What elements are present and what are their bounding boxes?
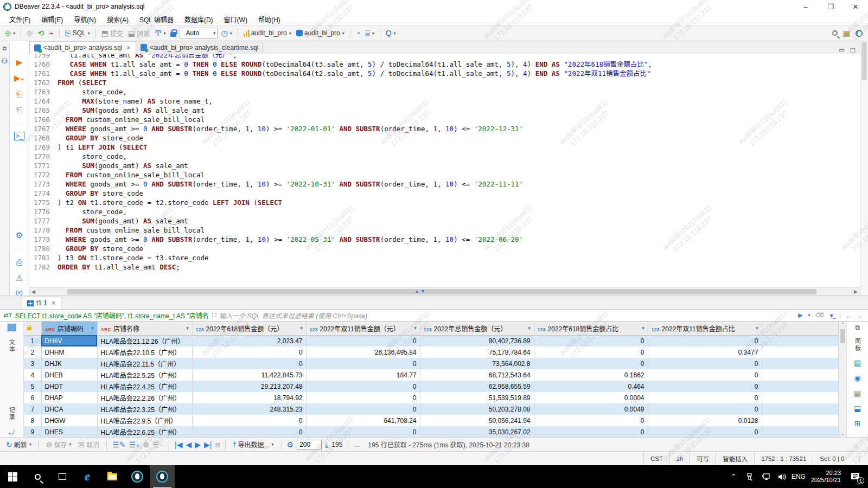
grid-cell[interactable]: 0	[534, 426, 648, 437]
save-button[interactable]: ⊘保存▾	[44, 439, 73, 450]
grid-cell[interactable]: DHGW	[41, 415, 97, 426]
grid-cell[interactable]: 0	[648, 392, 762, 403]
filter-query-text[interactable]: SELECT t1.store_code AS "店铺编码", t1.store…	[15, 311, 209, 320]
column-header-2[interactable]: 1232022年618销售金额（元）▼	[192, 322, 306, 335]
result-tab-t1[interactable]: t1 1 ✕	[22, 297, 61, 309]
perspective-icon[interactable]: ▦	[843, 29, 850, 37]
grid-cell[interactable]: 50,056,241.94	[420, 415, 534, 426]
record-mode-tab[interactable]: 记录	[8, 407, 16, 421]
restore-view-icon[interactable]: ⧉	[3, 44, 7, 52]
calc-panel-icon[interactable]: ⊞	[854, 419, 861, 428]
value-viewer-icon[interactable]: ▦	[854, 358, 861, 367]
next-page-icon[interactable]: ▶	[195, 441, 201, 448]
database-selector[interactable]: audit_bi_pro▾	[295, 28, 346, 38]
edit-value-icon[interactable]: ☰✎	[112, 441, 125, 448]
layout-panel-icon[interactable]: ⬓	[854, 404, 861, 413]
transaction-log-button[interactable]: Ͳ▾	[153, 28, 167, 38]
grid-cell[interactable]: 0	[306, 358, 420, 369]
grid-cell[interactable]: DHDT	[41, 381, 97, 392]
add-row-icon[interactable]: ☰₊	[129, 441, 139, 448]
grid-cell[interactable]: HLA唯品会22.3.25（广州）	[97, 403, 192, 415]
terminal-icon[interactable]: >_	[14, 132, 25, 140]
column-header-6[interactable]: 1232022年双11销售金额占比▼	[648, 322, 762, 335]
column-filter-icon[interactable]: ▼	[641, 326, 646, 331]
filter-funnel-icon[interactable]: ▼̲	[828, 312, 834, 319]
grid-cell[interactable]: 18,794.92	[192, 392, 306, 403]
column-filter-icon[interactable]: ▼	[527, 326, 532, 331]
txn-history-button[interactable]: ◷▾	[219, 28, 233, 38]
disconnect-button[interactable]: ⌁	[47, 28, 55, 38]
result-tab-close-icon[interactable]: ✕	[51, 300, 56, 307]
grid-cell[interactable]: 0	[648, 381, 762, 392]
grid-cell[interactable]: 0.464	[534, 381, 648, 392]
grid-cell[interactable]: HLA唯品会22.2.26（广州）	[97, 392, 192, 403]
grid-cell[interactable]: DHEB	[41, 369, 97, 381]
grid-cell[interactable]: HLA唯品会21.12.26（广州）	[97, 335, 192, 346]
taskbar-explorer[interactable]	[100, 465, 125, 488]
grid-settings-gear-icon[interactable]: ⚙	[287, 441, 294, 448]
menu-item-7[interactable]: 帮助(H)	[253, 14, 285, 25]
network-tools-button[interactable]: ⌸▾	[363, 28, 375, 38]
grid-cell[interactable]: 0	[192, 358, 306, 369]
start-button[interactable]	[0, 465, 25, 488]
grid-cell[interactable]: 51,539,519.89	[420, 392, 534, 403]
grid-cell[interactable]: DHES	[41, 426, 97, 437]
menu-item-6[interactable]: 窗口(W)	[219, 14, 252, 25]
hscroll-thumb[interactable]	[67, 289, 816, 294]
row-number[interactable]: 3	[24, 358, 41, 369]
expand-filter-icon[interactable]: ⛶	[212, 312, 216, 319]
explain-plan-icon[interactable]: ⎗	[16, 105, 22, 114]
first-page-icon[interactable]: |◀	[175, 441, 182, 448]
menu-item-1[interactable]: 编辑(E)	[36, 14, 68, 25]
column-header-4[interactable]: 1232022年总销售金额（元）▼	[420, 322, 534, 335]
grid-cell[interactable]: 0	[192, 426, 306, 437]
tab-close-icon[interactable]: ✕	[126, 44, 131, 52]
grid-cell[interactable]: DHCA	[41, 403, 97, 415]
file-warning-icon[interactable]: ⚠	[16, 273, 23, 283]
grid-cell[interactable]: 0.3477	[648, 346, 762, 358]
grid-cell[interactable]: 0.0004	[534, 392, 648, 403]
txn-mode-combo[interactable]: Auto	[180, 28, 218, 38]
grid-cell[interactable]: 11,422,845.73	[192, 369, 306, 381]
grid-cell[interactable]: 0	[306, 392, 420, 403]
maximize-button[interactable]: ❐	[818, 0, 843, 13]
search-tools-button[interactable]: Q▾	[384, 28, 398, 38]
grid-cell[interactable]: HLA唯品会22.9.5（广州）	[97, 415, 192, 426]
editor-overview-ruler[interactable]	[860, 41, 868, 296]
close-button[interactable]: ✕	[843, 0, 868, 13]
grid-cell[interactable]: 0.0128	[648, 415, 762, 426]
grid-cell[interactable]: DHHM	[41, 346, 97, 358]
row-number[interactable]: 6	[24, 392, 41, 403]
menu-item-5[interactable]: 数据库(D)	[180, 14, 218, 25]
column-filter-icon[interactable]: ▼	[186, 326, 190, 331]
grid-cell[interactable]: HLA唯品会22.5.25（广州）	[97, 369, 192, 381]
tray-usb-icon[interactable]	[743, 465, 757, 488]
grid-cell[interactable]: 0.0049	[534, 403, 648, 415]
cancel-button[interactable]: ☒取消	[76, 439, 101, 450]
fetch-page-icon[interactable]: ⧈	[215, 441, 220, 448]
grid-cell[interactable]: 50,203,278.08	[420, 403, 534, 415]
taskbar-search-button[interactable]	[25, 465, 50, 488]
grid-cell[interactable]: 0	[306, 335, 420, 346]
column-header-0[interactable]: ABC店铺编码▼	[41, 322, 97, 335]
column-filter-icon[interactable]: ▼	[299, 326, 304, 331]
notification-center-button[interactable]: 1	[846, 465, 865, 488]
connection-selector[interactable]: audit_bi_pro▾	[242, 28, 293, 38]
reconnect-button[interactable]: ⟲	[36, 28, 46, 38]
grid-cell[interactable]: 0	[648, 426, 762, 437]
taskbar-ie[interactable]: e	[75, 465, 100, 488]
connect-button[interactable]: ⎆	[25, 28, 34, 38]
column-filter-icon[interactable]: ▼	[413, 326, 418, 331]
grid-cell[interactable]: 0	[648, 369, 762, 381]
grid-cell[interactable]: HLA唯品会22.4.25（广州）	[97, 381, 192, 392]
commit-button[interactable]: ⬒提交	[100, 28, 125, 39]
grid-vscroll-thumb[interactable]	[840, 329, 845, 343]
grid-cell[interactable]: 0	[306, 426, 420, 437]
editor-hscrollbar[interactable]: ◀ ▲▼ ▶	[29, 287, 860, 296]
taskbar-dbeaver-2[interactable]	[150, 465, 175, 488]
tray-network-icon[interactable]	[759, 465, 773, 488]
panel-toggle-icon[interactable]: ⧉	[855, 324, 860, 331]
database-navigator-icon[interactable]: ⛁	[2, 57, 8, 65]
grid-cell[interactable]: 0	[306, 403, 420, 415]
grid-cell[interactable]: 90,402,736.89	[420, 335, 534, 346]
